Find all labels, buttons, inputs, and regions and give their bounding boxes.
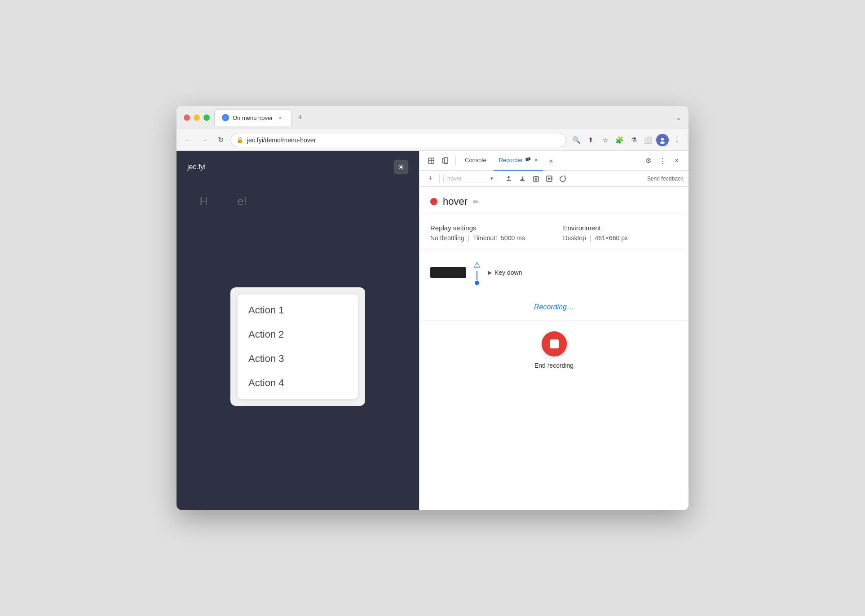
- new-tab-button[interactable]: +: [294, 111, 307, 124]
- stop-icon: [550, 339, 559, 348]
- more-menu-icon[interactable]: ⋮: [671, 134, 683, 146]
- back-button[interactable]: ←: [182, 134, 194, 146]
- dropdown-menu-container: Action 1 Action 2 Action 3 Action 4: [230, 287, 365, 406]
- recorder-toolbar: + hover ▾: [419, 171, 688, 187]
- environment-dimensions: 461×660 px: [595, 234, 628, 242]
- replay-settings-title: Replay settings: [430, 224, 545, 232]
- bookmark-icon[interactable]: ☆: [599, 134, 611, 146]
- end-recording-button[interactable]: [542, 331, 567, 356]
- replay-settings-grid: Replay settings No throttling | Timeout:…: [430, 224, 678, 242]
- tab-favicon: J: [222, 114, 229, 121]
- devtools-more-button[interactable]: ⋮: [656, 154, 669, 167]
- replay-throttling-value: No throttling | Timeout: 5000 ms: [430, 234, 545, 242]
- close-traffic-light[interactable]: [184, 114, 190, 121]
- maximize-traffic-light[interactable]: [203, 114, 210, 121]
- toolbar-divider: [439, 174, 440, 183]
- replay-button[interactable]: [543, 172, 556, 185]
- active-tab[interactable]: J On menu hover ×: [214, 110, 291, 126]
- profile-icon[interactable]: [656, 134, 669, 146]
- dropdown-menu: Action 1 Action 2 Action 3 Action 4: [238, 295, 358, 399]
- recording-selector[interactable]: hover ▾: [443, 174, 497, 183]
- menu-item-2[interactable]: Action 2: [238, 322, 358, 347]
- inspect-element-button[interactable]: [425, 154, 437, 167]
- delete-recording-button[interactable]: [530, 172, 542, 185]
- toolbar-icons: 🔍 ⬆ ☆ 🧩 ⚗ ⬜ ⋮: [570, 134, 683, 146]
- end-recording-label: End recording: [534, 362, 574, 369]
- add-step-button[interactable]: +: [425, 173, 436, 184]
- step-warning-icon: ⚠: [473, 260, 481, 270]
- menu-item-4[interactable]: Action 4: [238, 371, 358, 395]
- devtools-close-button[interactable]: ×: [671, 154, 683, 167]
- steps-section: ⚠ ▶ Key down: [419, 251, 688, 294]
- device-toolbar-button[interactable]: [439, 154, 452, 167]
- lab-icon[interactable]: ⚗: [627, 134, 640, 146]
- page-content: jec.fyi ☀ H e! Action 1 Action 2 Action …: [177, 151, 419, 510]
- refresh-button[interactable]: ↻: [214, 134, 227, 146]
- toolbar: ← → ↻ 🔒 jec.fyi/demo/menu-hover 🔍 ⬆ ☆ 🧩 …: [177, 129, 688, 151]
- devtools-settings-button[interactable]: ⚙: [642, 154, 654, 167]
- address-bar[interactable]: 🔒 jec.fyi/demo/menu-hover: [230, 133, 566, 147]
- title-bar: J On menu hover × + ⌄: [177, 106, 688, 129]
- tab-bar-end-icon[interactable]: ⌄: [676, 114, 681, 121]
- svg-rect-8: [442, 158, 444, 163]
- replay-timeout-label: Timeout:: [473, 234, 497, 242]
- step-timeline-bar: [430, 267, 466, 278]
- header-divider: [455, 155, 456, 166]
- tab-bar: J On menu hover × + ⌄: [214, 110, 681, 126]
- recorder-tab-flag-icon: 🏴: [525, 157, 531, 163]
- menu-item-1[interactable]: Action 1: [238, 298, 358, 322]
- step-name: Key down: [494, 269, 522, 276]
- selector-placeholder: hover: [447, 175, 462, 182]
- recorder-action-buttons: [503, 172, 569, 185]
- search-icon[interactable]: 🔍: [570, 134, 583, 146]
- extension-icon[interactable]: 🧩: [613, 134, 626, 146]
- end-recording-section: End recording: [419, 320, 688, 380]
- recorder-tab-close-icon[interactable]: ×: [534, 157, 538, 163]
- svg-point-3: [660, 141, 665, 144]
- content-area: jec.fyi ☀ H e! Action 1 Action 2 Action …: [177, 151, 688, 510]
- import-button[interactable]: [516, 172, 529, 185]
- recorder-content: hover ✏ Replay settings No throttling | …: [419, 187, 688, 510]
- menu-item-3[interactable]: Action 3: [238, 347, 358, 371]
- svg-text:J: J: [225, 116, 226, 119]
- recording-status-text: Recording…: [534, 303, 574, 311]
- replay-settings-section: Replay settings No throttling | Timeout:…: [419, 215, 688, 251]
- edit-recording-name-button[interactable]: ✏: [473, 198, 479, 206]
- step-dot: [475, 281, 479, 285]
- tab-close-button[interactable]: ×: [277, 114, 284, 121]
- environment-title: Environment: [563, 224, 678, 232]
- tab-console[interactable]: Console: [459, 151, 492, 171]
- step-label: ▶ Key down: [488, 269, 522, 276]
- svg-point-2: [661, 138, 664, 141]
- step-connector: [477, 271, 477, 280]
- step-expand-icon[interactable]: ▶: [488, 269, 492, 276]
- traffic-lights: [184, 114, 210, 121]
- devtools-header: Console Recorder 🏴 × » ⚙ ⋮ ×: [419, 151, 688, 171]
- page-header: jec.fyi ☀: [187, 160, 408, 174]
- page-logo: jec.fyi: [187, 163, 206, 171]
- send-feedback-link[interactable]: Send feedback: [647, 176, 683, 182]
- devtools-panel: Console Recorder 🏴 × » ⚙ ⋮ × + hover: [419, 151, 688, 510]
- more-tabs-button[interactable]: »: [545, 154, 557, 167]
- selector-arrow-icon: ▾: [490, 176, 493, 181]
- lock-icon: 🔒: [236, 136, 243, 143]
- forward-button[interactable]: →: [198, 134, 211, 146]
- pip-icon[interactable]: ⬜: [642, 134, 654, 146]
- step-item[interactable]: ⚠ ▶ Key down: [419, 256, 688, 289]
- step-indicator: ⚠: [473, 260, 481, 285]
- minimize-traffic-light[interactable]: [194, 114, 200, 121]
- browser-window: J On menu hover × + ⌄ ← → ↻ 🔒 jec.fyi/de…: [177, 106, 688, 510]
- export-button[interactable]: [503, 172, 515, 185]
- replay-continuous-button[interactable]: [556, 172, 569, 185]
- recording-text-section: Recording…: [419, 294, 688, 320]
- tab-title: On menu hover: [233, 114, 273, 121]
- theme-toggle-button[interactable]: ☀: [394, 160, 408, 174]
- recording-title-section: hover ✏: [419, 187, 688, 215]
- url-text: jec.fyi/demo/menu-hover: [247, 136, 560, 144]
- tab-recorder[interactable]: Recorder 🏴 ×: [494, 151, 543, 171]
- page-hello-text: H e!: [199, 194, 247, 208]
- environment-value: Desktop | 461×660 px: [563, 234, 678, 242]
- share-icon[interactable]: ⬆: [584, 134, 597, 146]
- recording-status-dot: [430, 198, 437, 205]
- svg-rect-10: [534, 177, 538, 181]
